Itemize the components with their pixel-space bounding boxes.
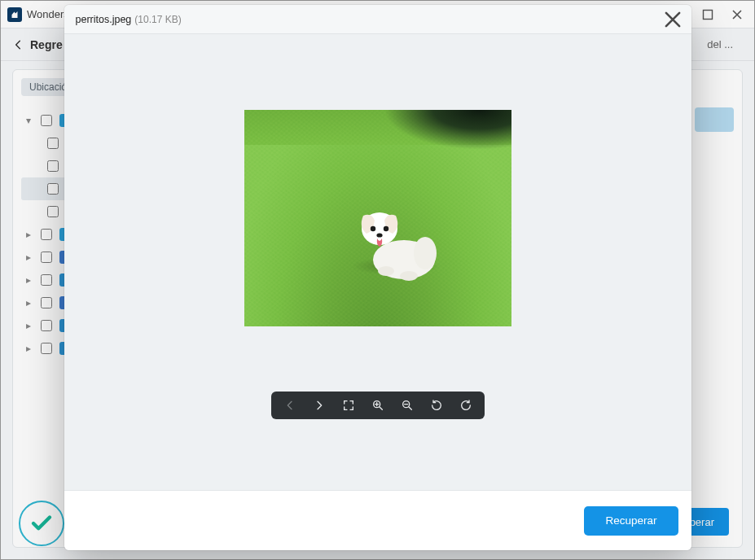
rotate-right-icon xyxy=(430,399,443,412)
zoom-in-button[interactable] xyxy=(364,393,392,418)
zoom-in-icon xyxy=(371,399,384,412)
preview-filesize: (10.17 KB) xyxy=(134,14,181,25)
close-icon xyxy=(662,9,683,30)
preview-image xyxy=(244,110,511,326)
chevron-right-icon xyxy=(313,399,326,412)
close-modal-button[interactable] xyxy=(662,9,683,30)
zoom-out-button[interactable] xyxy=(393,393,421,418)
modal-header: perritos.jpeg (10.17 KB) xyxy=(64,5,691,34)
recover-button-label: Recuperar xyxy=(605,514,656,527)
rotate-left-icon xyxy=(459,399,472,412)
rotate-left-button[interactable] xyxy=(452,393,480,418)
zoom-out-icon xyxy=(401,399,414,412)
next-image-button[interactable] xyxy=(305,393,333,418)
modal-footer: Recuperar xyxy=(64,490,691,550)
modal-overlay: perritos.jpeg (10.17 KB) xyxy=(0,0,755,560)
fullscreen-icon xyxy=(342,399,355,412)
image-preview-modal: perritos.jpeg (10.17 KB) xyxy=(64,5,691,550)
preview-canvas xyxy=(64,34,691,490)
fullscreen-button[interactable] xyxy=(335,393,362,418)
preview-toolbar xyxy=(271,392,485,419)
rotate-right-button[interactable] xyxy=(423,393,450,418)
recover-button[interactable]: Recuperar xyxy=(584,506,678,536)
previous-image-button[interactable] xyxy=(276,393,304,418)
preview-filename: perritos.jpeg xyxy=(76,14,132,25)
chevron-left-icon xyxy=(283,399,296,412)
